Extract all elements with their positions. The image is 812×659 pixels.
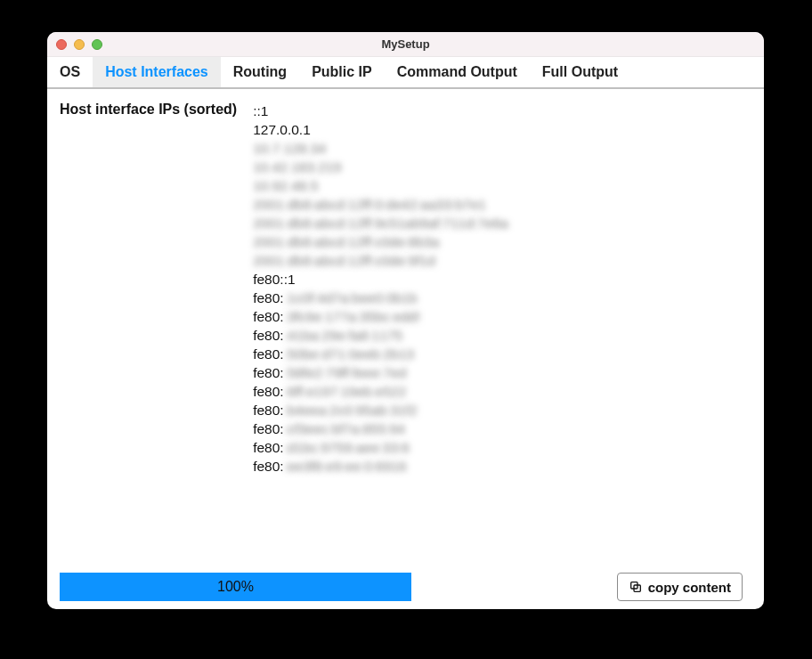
ip-line: 2001:db8:abcd:12ff:c0de:9f1d	[253, 251, 508, 270]
ip-line: 127.0.0.1	[253, 120, 508, 139]
copy-content-label: copy content	[648, 580, 731, 595]
ip-line: 2001:db8:abcd:12ff:0:de42:aa33:b7e1	[253, 195, 508, 214]
ip-line: fe80::cf3eec:bf7a:855:94	[253, 419, 508, 438]
content-area: Host interface IPs (sorted) ::1127.0.0.1…	[47, 89, 764, 609]
app-window: MySetup OSHost InterfacesRoutingPublic I…	[47, 32, 764, 609]
progress-text: 100%	[217, 579, 254, 595]
ip-line: 10.7.128.34	[253, 139, 508, 158]
ip-line: fe80::1	[253, 270, 508, 289]
tab-command-output[interactable]: Command Output	[385, 57, 530, 87]
ip-line: fe80::6ff:e197:19eb:e522	[253, 382, 508, 401]
maximize-icon[interactable]	[92, 39, 102, 50]
ip-line: 10.42.183.219	[253, 158, 508, 176]
progress-bar: 100%	[60, 573, 411, 601]
ip-line: 2001:db8:abcd:12ff:c0de:8b3a	[253, 232, 508, 251]
tab-full-output[interactable]: Full Output	[530, 57, 630, 87]
ip-line: fe80::50be:d71:0eeb:2b13	[253, 345, 508, 363]
host-interfaces-row: Host interface IPs (sorted) ::1127.0.0.1…	[60, 102, 751, 476]
ip-line: fe80::1c0f:4d7a:bee0:0b1b	[253, 289, 508, 307]
window-title: MySetup	[47, 37, 764, 51]
ip-line: fe80::41ba:29e:fa8:1175	[253, 326, 508, 345]
traffic-lights	[47, 39, 102, 50]
tab-routing[interactable]: Routing	[221, 57, 299, 87]
ip-line: fe80::58fe2:79ff:feee:7ed	[253, 363, 508, 382]
ip-line: 2001:db8:abcd:12ff:9c51ab9af:711d:7e6a	[253, 214, 508, 232]
ip-line: fe80::3fc9e:177a:35bc:edd!	[253, 307, 508, 326]
ip-line: ::1	[253, 102, 508, 120]
ip-line: 10.92.48.5	[253, 176, 508, 195]
tab-public-ip[interactable]: Public IP	[299, 57, 385, 87]
tab-host-interfaces[interactable]: Host Interfaces	[93, 57, 221, 87]
copy-icon	[629, 580, 643, 594]
ip-line: fe80::ee3f8:e9:ee:0:6916	[253, 457, 508, 476]
tab-os[interactable]: OS	[47, 57, 93, 87]
host-interfaces-label: Host interface IPs (sorted)	[60, 102, 237, 476]
ip-list: ::1127.0.0.110.7.128.3410.42.183.21910.9…	[253, 102, 508, 476]
minimize-icon[interactable]	[74, 39, 85, 50]
ip-line: fe80::d1bc:9759:aee:33:6	[253, 438, 508, 457]
tabbar: OSHost InterfacesRoutingPublic IPCommand…	[47, 57, 764, 89]
copy-content-button[interactable]: copy content	[617, 573, 743, 601]
titlebar: MySetup	[47, 32, 764, 57]
footer: 100% copy content	[60, 574, 751, 609]
ip-line: fe80::b4eea:2c0:95ab:31f2	[253, 401, 508, 419]
close-icon[interactable]	[56, 39, 67, 50]
